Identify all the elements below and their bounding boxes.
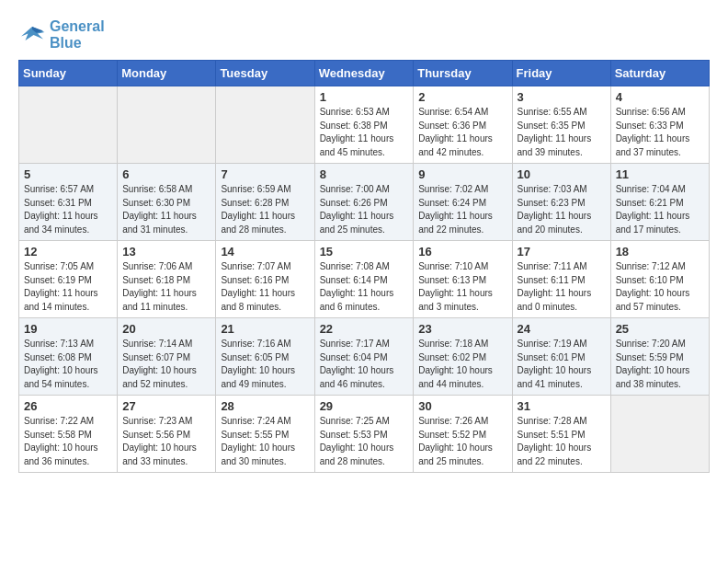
day-number: 5 bbox=[24, 167, 112, 181]
logo: General Blue bbox=[18, 18, 105, 51]
day-cell-10: 10Sunrise: 7:03 AM Sunset: 6:23 PM Dayli… bbox=[512, 164, 610, 241]
weekday-header-wednesday: Wednesday bbox=[314, 61, 414, 86]
day-number: 13 bbox=[122, 245, 210, 259]
empty-cell bbox=[118, 86, 216, 164]
day-cell-9: 9Sunrise: 7:02 AM Sunset: 6:24 PM Daylig… bbox=[414, 164, 512, 241]
day-info: Sunrise: 6:58 AM Sunset: 6:30 PM Dayligh… bbox=[122, 183, 210, 236]
day-number: 7 bbox=[221, 167, 309, 181]
day-info: Sunrise: 6:56 AM Sunset: 6:33 PM Dayligh… bbox=[616, 106, 704, 159]
day-cell-25: 25Sunrise: 7:20 AM Sunset: 5:59 PM Dayli… bbox=[610, 318, 709, 396]
day-cell-17: 17Sunrise: 7:11 AM Sunset: 6:11 PM Dayli… bbox=[512, 241, 610, 318]
day-info: Sunrise: 7:22 AM Sunset: 5:58 PM Dayligh… bbox=[24, 415, 112, 468]
week-row-4: 19Sunrise: 7:13 AM Sunset: 6:08 PM Dayli… bbox=[19, 318, 710, 396]
day-number: 14 bbox=[221, 245, 309, 259]
day-number: 16 bbox=[418, 245, 506, 259]
day-number: 20 bbox=[122, 322, 210, 336]
day-cell-13: 13Sunrise: 7:06 AM Sunset: 6:18 PM Dayli… bbox=[118, 241, 216, 318]
day-number: 31 bbox=[518, 399, 606, 413]
day-info: Sunrise: 7:18 AM Sunset: 6:02 PM Dayligh… bbox=[418, 338, 506, 391]
logo-icon bbox=[18, 24, 46, 46]
day-number: 26 bbox=[24, 399, 112, 413]
day-cell-21: 21Sunrise: 7:16 AM Sunset: 6:05 PM Dayli… bbox=[216, 318, 314, 396]
day-cell-15: 15Sunrise: 7:08 AM Sunset: 6:14 PM Dayli… bbox=[314, 241, 414, 318]
day-info: Sunrise: 6:55 AM Sunset: 6:35 PM Dayligh… bbox=[518, 106, 606, 159]
day-cell-28: 28Sunrise: 7:24 AM Sunset: 5:55 PM Dayli… bbox=[216, 396, 314, 473]
day-number: 9 bbox=[418, 167, 506, 181]
weekday-header-thursday: Thursday bbox=[414, 61, 512, 86]
day-info: Sunrise: 7:16 AM Sunset: 6:05 PM Dayligh… bbox=[221, 338, 309, 391]
day-cell-12: 12Sunrise: 7:05 AM Sunset: 6:19 PM Dayli… bbox=[19, 241, 118, 318]
day-cell-22: 22Sunrise: 7:17 AM Sunset: 6:04 PM Dayli… bbox=[314, 318, 414, 396]
day-number: 1 bbox=[320, 90, 409, 104]
day-info: Sunrise: 7:28 AM Sunset: 5:51 PM Dayligh… bbox=[518, 415, 606, 468]
week-row-3: 12Sunrise: 7:05 AM Sunset: 6:19 PM Dayli… bbox=[19, 241, 710, 318]
day-number: 8 bbox=[320, 167, 409, 181]
day-info: Sunrise: 7:07 AM Sunset: 6:16 PM Dayligh… bbox=[221, 260, 309, 314]
day-cell-27: 27Sunrise: 7:23 AM Sunset: 5:56 PM Dayli… bbox=[118, 396, 216, 473]
day-cell-7: 7Sunrise: 6:59 AM Sunset: 6:28 PM Daylig… bbox=[216, 164, 314, 241]
day-info: Sunrise: 7:11 AM Sunset: 6:11 PM Dayligh… bbox=[518, 260, 606, 314]
empty-cell bbox=[610, 396, 709, 473]
day-info: Sunrise: 6:59 AM Sunset: 6:28 PM Dayligh… bbox=[221, 183, 309, 236]
day-cell-24: 24Sunrise: 7:19 AM Sunset: 6:01 PM Dayli… bbox=[512, 318, 610, 396]
day-number: 6 bbox=[122, 167, 210, 181]
day-info: Sunrise: 7:23 AM Sunset: 5:56 PM Dayligh… bbox=[122, 415, 210, 468]
day-info: Sunrise: 7:14 AM Sunset: 6:07 PM Dayligh… bbox=[122, 338, 210, 391]
day-info: Sunrise: 7:24 AM Sunset: 5:55 PM Dayligh… bbox=[221, 415, 309, 468]
day-info: Sunrise: 7:20 AM Sunset: 5:59 PM Dayligh… bbox=[616, 338, 704, 391]
day-info: Sunrise: 7:02 AM Sunset: 6:24 PM Dayligh… bbox=[418, 183, 506, 236]
day-number: 23 bbox=[418, 322, 506, 336]
day-number: 15 bbox=[320, 245, 409, 259]
day-cell-4: 4Sunrise: 6:56 AM Sunset: 6:33 PM Daylig… bbox=[610, 86, 709, 164]
weekday-header-monday: Monday bbox=[118, 61, 216, 86]
day-info: Sunrise: 7:03 AM Sunset: 6:23 PM Dayligh… bbox=[518, 183, 606, 236]
day-cell-14: 14Sunrise: 7:07 AM Sunset: 6:16 PM Dayli… bbox=[216, 241, 314, 318]
day-number: 11 bbox=[616, 167, 704, 181]
day-info: Sunrise: 6:54 AM Sunset: 6:36 PM Dayligh… bbox=[418, 106, 506, 159]
day-number: 3 bbox=[518, 90, 606, 104]
day-info: Sunrise: 7:12 AM Sunset: 6:10 PM Dayligh… bbox=[616, 260, 704, 314]
empty-cell bbox=[216, 86, 314, 164]
day-number: 17 bbox=[518, 245, 606, 259]
day-info: Sunrise: 6:57 AM Sunset: 6:31 PM Dayligh… bbox=[24, 183, 112, 236]
day-cell-2: 2Sunrise: 6:54 AM Sunset: 6:36 PM Daylig… bbox=[414, 86, 512, 164]
day-cell-31: 31Sunrise: 7:28 AM Sunset: 5:51 PM Dayli… bbox=[512, 396, 610, 473]
day-number: 4 bbox=[616, 90, 704, 104]
day-number: 29 bbox=[320, 399, 409, 413]
weekday-header-row: SundayMondayTuesdayWednesdayThursdayFrid… bbox=[19, 61, 710, 86]
empty-cell bbox=[19, 86, 118, 164]
day-info: Sunrise: 7:13 AM Sunset: 6:08 PM Dayligh… bbox=[24, 338, 112, 391]
day-info: Sunrise: 7:26 AM Sunset: 5:52 PM Dayligh… bbox=[418, 415, 506, 468]
day-number: 25 bbox=[616, 322, 704, 336]
day-cell-18: 18Sunrise: 7:12 AM Sunset: 6:10 PM Dayli… bbox=[610, 241, 709, 318]
day-cell-20: 20Sunrise: 7:14 AM Sunset: 6:07 PM Dayli… bbox=[118, 318, 216, 396]
day-cell-8: 8Sunrise: 7:00 AM Sunset: 6:26 PM Daylig… bbox=[314, 164, 414, 241]
day-info: Sunrise: 7:04 AM Sunset: 6:21 PM Dayligh… bbox=[616, 183, 704, 236]
day-cell-3: 3Sunrise: 6:55 AM Sunset: 6:35 PM Daylig… bbox=[512, 86, 610, 164]
day-cell-11: 11Sunrise: 7:04 AM Sunset: 6:21 PM Dayli… bbox=[610, 164, 709, 241]
day-cell-1: 1Sunrise: 6:53 AM Sunset: 6:38 PM Daylig… bbox=[314, 86, 414, 164]
day-number: 27 bbox=[122, 399, 210, 413]
day-number: 21 bbox=[221, 322, 309, 336]
day-info: Sunrise: 7:08 AM Sunset: 6:14 PM Dayligh… bbox=[320, 260, 409, 314]
logo-text: General Blue bbox=[50, 18, 105, 51]
day-cell-5: 5Sunrise: 6:57 AM Sunset: 6:31 PM Daylig… bbox=[19, 164, 118, 241]
day-number: 19 bbox=[24, 322, 112, 336]
weekday-header-friday: Friday bbox=[512, 61, 610, 86]
day-cell-6: 6Sunrise: 6:58 AM Sunset: 6:30 PM Daylig… bbox=[118, 164, 216, 241]
day-cell-16: 16Sunrise: 7:10 AM Sunset: 6:13 PM Dayli… bbox=[414, 241, 512, 318]
day-number: 12 bbox=[24, 245, 112, 259]
weekday-header-saturday: Saturday bbox=[610, 61, 709, 86]
day-info: Sunrise: 7:10 AM Sunset: 6:13 PM Dayligh… bbox=[418, 260, 506, 314]
week-row-2: 5Sunrise: 6:57 AM Sunset: 6:31 PM Daylig… bbox=[19, 164, 710, 241]
weekday-header-sunday: Sunday bbox=[19, 61, 118, 86]
day-cell-30: 30Sunrise: 7:26 AM Sunset: 5:52 PM Dayli… bbox=[414, 396, 512, 473]
day-cell-23: 23Sunrise: 7:18 AM Sunset: 6:02 PM Dayli… bbox=[414, 318, 512, 396]
day-number: 22 bbox=[320, 322, 409, 336]
calendar-table: SundayMondayTuesdayWednesdayThursdayFrid… bbox=[18, 60, 710, 473]
day-cell-29: 29Sunrise: 7:25 AM Sunset: 5:53 PM Dayli… bbox=[314, 396, 414, 473]
week-row-1: 1Sunrise: 6:53 AM Sunset: 6:38 PM Daylig… bbox=[19, 86, 710, 164]
day-info: Sunrise: 7:25 AM Sunset: 5:53 PM Dayligh… bbox=[320, 415, 409, 468]
day-number: 10 bbox=[518, 167, 606, 181]
day-info: Sunrise: 7:19 AM Sunset: 6:01 PM Dayligh… bbox=[518, 338, 606, 391]
